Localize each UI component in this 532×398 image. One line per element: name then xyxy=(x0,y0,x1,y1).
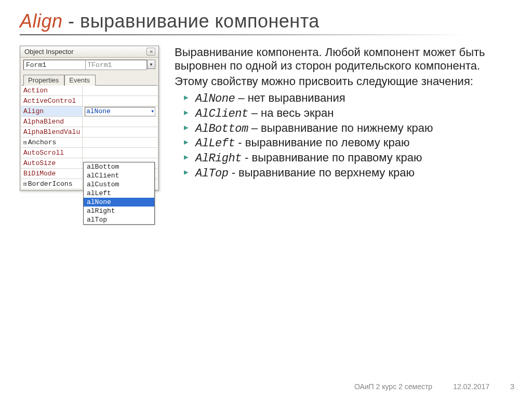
panel-titlebar: Object Inspector ✕ xyxy=(20,46,158,58)
footer-course: ОАиП 2 курс 2 семестр xyxy=(354,382,432,391)
property-value[interactable] xyxy=(83,148,157,158)
chevron-down-icon[interactable]: ▼ xyxy=(151,109,154,114)
value-name: AlBottom xyxy=(195,122,248,135)
value-name: AlClient xyxy=(195,107,248,120)
property-row[interactable]: AutoScroll xyxy=(21,148,157,158)
property-label: AutoSize xyxy=(21,158,83,168)
footer-page: 3 xyxy=(510,382,514,391)
value-desc: – выравнивание по нижнему краю xyxy=(248,121,433,134)
property-label: Action xyxy=(21,86,83,95)
value-name: AlRight xyxy=(195,152,242,165)
list-item: AlTop - выравнивание по верхнему краю xyxy=(184,166,512,181)
value-name: AlLeft xyxy=(195,137,235,150)
value-name: AlNone xyxy=(195,92,235,105)
footer-date: 12.02.2017 xyxy=(453,382,489,391)
title-underline xyxy=(20,34,467,35)
property-label: AlphaBlend xyxy=(21,117,83,127)
chevron-down-icon[interactable]: ▼ xyxy=(147,60,155,69)
property-row[interactable]: AlphaBlendValu xyxy=(21,127,157,138)
property-row[interactable]: AlphaBlend xyxy=(21,117,157,127)
property-value[interactable] xyxy=(83,127,157,137)
list-item: AlClient – на весь экран xyxy=(184,106,512,121)
property-name: AutoScroll xyxy=(23,149,64,157)
property-value[interactable] xyxy=(83,96,157,106)
combo-value: Form1 xyxy=(26,61,46,69)
value-desc: - выравнивание по левому краю xyxy=(235,136,409,149)
property-name: AlphaBlendValu xyxy=(23,128,80,136)
list-item: AlRight - выравнивание по правому краю xyxy=(184,151,512,166)
property-label: BiDiMode xyxy=(21,169,83,179)
dropdown-option[interactable]: alClient xyxy=(84,171,154,180)
paragraph-2: Этому свойству можно присвоить следующие… xyxy=(175,75,512,88)
value-desc: – нет выравнивания xyxy=(235,91,345,104)
property-row[interactable]: Action xyxy=(21,86,157,96)
list-item: AlLeft - выравнивание по левому краю xyxy=(184,136,512,151)
slide: Align - выравнивание компонента Object I… xyxy=(0,0,532,398)
property-label: AlphaBlendValu xyxy=(21,127,83,137)
tab-properties[interactable]: Properties xyxy=(23,75,64,86)
property-name: BorderIcons xyxy=(28,180,73,188)
combo-type-value: TForm1 xyxy=(88,61,112,69)
property-value[interactable] xyxy=(83,117,157,127)
list-item: AlNone – нет выравнивания xyxy=(184,91,512,106)
property-name: Action xyxy=(23,87,48,94)
dropdown-option[interactable]: alRight xyxy=(84,207,154,215)
property-label: AutoScroll xyxy=(21,148,83,158)
property-row[interactable]: ⊞Anchors xyxy=(21,138,157,148)
property-name: ActiveControl xyxy=(23,97,76,105)
component-name-combo[interactable]: Form1 xyxy=(23,60,86,70)
title-keyword: Align xyxy=(20,10,63,32)
expand-icon[interactable]: ⊞ xyxy=(23,181,27,187)
property-name: AlphaBlend xyxy=(23,118,64,126)
value-desc: - выравнивание по правому краю xyxy=(242,151,422,164)
property-name: AutoSize xyxy=(23,159,56,167)
component-type-combo[interactable]: TForm1 xyxy=(86,60,148,70)
slide-footer: ОАиП 2 курс 2 семестр 12.02.2017 3 xyxy=(354,382,514,391)
paragraph-1: Выравнивание компонента. Любой компонент… xyxy=(175,46,512,73)
property-value[interactable]: alNone▼ xyxy=(83,106,157,116)
property-value[interactable] xyxy=(83,138,157,147)
property-name: Anchors xyxy=(28,139,57,146)
values-list: AlNone – нет выравниванияAlClient – на в… xyxy=(175,91,512,181)
property-row[interactable]: ActiveControl xyxy=(21,96,157,106)
value-desc: - выравнивание по верхнему краю xyxy=(229,166,415,179)
property-label: ⊞Anchors xyxy=(21,138,83,147)
dropdown-option[interactable]: alNone xyxy=(84,198,154,207)
title-rest: - выравнивание компонента xyxy=(63,10,320,32)
panel-title-text: Object Inspector xyxy=(24,48,74,56)
property-name: Align xyxy=(23,107,44,115)
tab-events[interactable]: Events xyxy=(64,75,96,86)
property-value[interactable] xyxy=(83,86,157,95)
dropdown-option[interactable]: alCustom xyxy=(84,180,154,189)
expand-icon[interactable]: ⊞ xyxy=(23,139,27,146)
align-dropdown[interactable]: alBottomalClientalCustomalLeftalNonealRi… xyxy=(83,162,155,225)
list-item: AlBottom – выравнивание по нижнему краю xyxy=(184,121,512,136)
value-name: AlTop xyxy=(195,167,229,180)
value-desc: – на весь экран xyxy=(248,106,334,119)
property-row[interactable]: AlignalNone▼ xyxy=(21,106,157,117)
dropdown-option[interactable]: alBottom xyxy=(84,162,154,171)
slide-title: Align - выравнивание компонента xyxy=(20,10,512,32)
property-label: Align xyxy=(21,106,83,116)
component-selector-row: Form1 TForm1 ▼ xyxy=(20,58,158,72)
close-icon[interactable]: ✕ xyxy=(147,48,155,56)
right-column: Выравнивание компонента. Любой компонент… xyxy=(175,46,512,191)
property-label: ⊞BorderIcons xyxy=(21,179,83,189)
tabs-row: Properties Events xyxy=(20,72,158,85)
dropdown-option[interactable]: alLeft xyxy=(84,189,154,198)
property-label: ActiveControl xyxy=(21,96,83,106)
dropdown-option[interactable]: alTop xyxy=(84,215,154,224)
property-name: BiDiMode xyxy=(23,170,56,177)
